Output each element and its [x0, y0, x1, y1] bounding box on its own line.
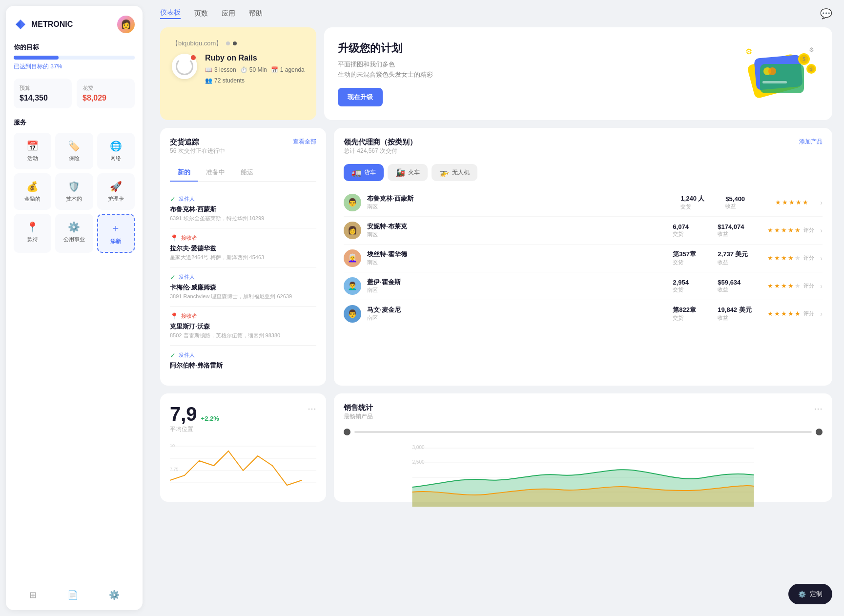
sales-slider	[344, 429, 823, 435]
cat-tab-drone[interactable]: 🚁 无人机	[432, 164, 477, 181]
tab-preparing[interactable]: 准备中	[198, 164, 233, 182]
role-sender-4: ✓ 发件人	[170, 351, 316, 359]
agent-tx-4: 第822章 交货	[673, 306, 712, 322]
settings-icon[interactable]: ⚙️	[109, 590, 120, 600]
layers-icon[interactable]: ⊞	[29, 590, 37, 600]
middle-panels-row: 交货追踪 56 次交付正在进行中 查看全部 新的 准备中 船运 ✓ 发件人	[160, 128, 832, 386]
upgrade-desc: 平面插图和我们多色 生动的未混合紫色头发女士的精彩	[338, 60, 731, 80]
service-hospitality[interactable]: 📍 款待	[14, 214, 51, 253]
meta-students: 👥 72 students	[205, 77, 245, 84]
topnav-links: 仪表板 页数 应用 帮助	[160, 8, 263, 19]
add-label: 添新	[110, 238, 121, 245]
agent-name-0: 布鲁克林·西蒙斯	[367, 194, 675, 203]
service-finance[interactable]: 💰 金融的	[14, 173, 51, 210]
tab-shipping[interactable]: 船运	[233, 164, 261, 182]
nursing-icon: 🚀	[110, 181, 122, 192]
network-icon: 🌐	[110, 140, 122, 152]
insurance-icon: 🏷️	[68, 140, 80, 152]
agent-arrow-2[interactable]: ›	[820, 254, 823, 262]
avg-chart: 10 7.75	[170, 441, 316, 490]
nav-help[interactable]: 帮助	[249, 9, 263, 18]
agent-arrow-1[interactable]: ›	[820, 226, 823, 234]
view-all-link[interactable]: 查看全部	[293, 138, 316, 146]
slider-thumb-left[interactable]	[344, 429, 350, 435]
agent-arrow-4[interactable]: ›	[820, 310, 823, 318]
service-insurance[interactable]: 🏷️ 保险	[55, 133, 93, 169]
svg-text:3,000: 3,000	[412, 445, 425, 450]
agent-avatar-2: 👩‍🦳	[344, 249, 361, 267]
delivery-item-2: ✓ 发件人 卡梅伦·威廉姆森 3891 Ranchview 理查森博士，加利福尼…	[170, 267, 316, 307]
drone-icon: 🚁	[439, 168, 449, 177]
agent-rating-4: ★★★★★ 评分	[767, 310, 814, 317]
insurance-label: 保险	[69, 155, 80, 162]
agent-region-1: 南区	[367, 231, 667, 238]
delivery-addr-1: 星家大道2464号 梅萨，新泽西州 45463	[170, 254, 316, 261]
nav-apps[interactable]: 应用	[222, 9, 235, 18]
course-card-url: 【biqubiqu.com】	[172, 39, 305, 48]
customize-label: 定制	[810, 590, 823, 598]
agent-rating-0: ★★★★★	[775, 199, 814, 206]
file-icon[interactable]: 📄	[67, 590, 78, 600]
tab-new[interactable]: 新的	[170, 164, 198, 182]
slider-track[interactable]	[354, 431, 812, 433]
activity-icon: 📅	[26, 140, 39, 152]
agent-tx-1: 6,074 交货	[673, 223, 712, 238]
avatar[interactable]: 👩	[117, 16, 135, 33]
service-activity[interactable]: 📅 活动	[14, 133, 51, 169]
delivery-addr-3: 8502 普雷斯顿路，英格尔伍德，缅因州 98380	[170, 332, 316, 339]
public-label: 公用事业	[63, 236, 85, 243]
sales-more-button[interactable]: ⋯	[814, 403, 823, 414]
sales-title: 销售统计	[344, 403, 373, 412]
finance-icon: 💰	[26, 181, 39, 192]
nav-dashboard[interactable]: 仪表板	[160, 8, 181, 19]
service-nursing[interactable]: 🚀 护理卡	[97, 173, 135, 210]
nav-pages[interactable]: 页数	[194, 9, 208, 18]
sidebar-header: METRONIC 👩	[14, 16, 135, 33]
dot-2	[233, 41, 237, 45]
delivery-panel: 交货追踪 56 次交付正在进行中 查看全部 新的 准备中 船运 ✓ 发件人	[160, 128, 326, 386]
agent-rev-2: 2,737 美元 收益	[718, 250, 762, 266]
role-receiver-1: 📍 接收者	[170, 234, 316, 242]
avg-more-button[interactable]: ⋯	[308, 403, 316, 414]
upgrade-button[interactable]: 现在升级	[338, 88, 383, 106]
service-add[interactable]: ＋ 添新	[97, 214, 135, 253]
agent-panel-header: 领先代理商（按类别） 总计 424,567 次交付 添加产品	[344, 138, 823, 162]
cat-tab-truck[interactable]: 🚛 货车	[344, 164, 384, 181]
meta-lesson: 📖 3 lesson	[205, 66, 236, 73]
cat-tab-train[interactable]: 🚂 火车	[388, 164, 428, 181]
slider-thumb-right[interactable]	[816, 429, 823, 435]
service-tech[interactable]: 🛡️ 技术的	[55, 173, 93, 210]
service-public[interactable]: ⚙️ 公用事业	[55, 214, 93, 253]
role-sender-2: ✓ 发件人	[170, 273, 316, 281]
course-body: Ruby on Rails 📖 3 lesson ⏱️ 50 Min	[172, 54, 305, 84]
customize-icon: ⚙️	[798, 591, 806, 598]
agent-arrow-3[interactable]: ›	[820, 282, 823, 290]
service-network[interactable]: 🌐 网络	[97, 133, 135, 169]
add-product-button[interactable]: 添加产品	[799, 138, 823, 146]
public-icon: ⚙️	[68, 221, 80, 233]
course-url-text: 【biqubiqu.com】	[172, 39, 222, 48]
svg-text:$: $	[810, 67, 812, 72]
notification-icon[interactable]: 💬	[820, 8, 832, 20]
agent-avatar-3: 👨‍🦱	[344, 277, 361, 295]
agent-row-2: 👩‍🦳 埃丝特·霍华德 南区 第357章 交货 2,737 美元 收益	[344, 245, 823, 272]
svg-text:$: $	[803, 57, 805, 62]
agent-region-0: 南区	[367, 203, 675, 210]
delivery-tabs: 新的 准备中 船运	[170, 164, 316, 182]
agent-info-1: 安妮特·布莱克 南区	[367, 222, 667, 238]
upgrade-title: 升级您的计划	[338, 41, 731, 56]
agent-list: 👨 布鲁克林·西蒙斯 南区 1,240 人 交货 $5,400 收益	[344, 189, 823, 328]
agent-region-2: 南区	[367, 259, 667, 266]
sales-chart-svg: 3,000 2,500	[344, 443, 823, 507]
svg-text:⚙: ⚙	[809, 46, 814, 53]
svg-rect-5	[762, 81, 787, 83]
activity-label: 活动	[27, 155, 38, 162]
add-icon: ＋	[111, 222, 121, 235]
dot-1	[226, 41, 230, 45]
customize-button[interactable]: ⚙️ 定制	[788, 584, 832, 604]
agent-rev-3: $59,634 收益	[718, 279, 762, 293]
truck-label: 货车	[364, 168, 376, 177]
agent-arrow-0[interactable]: ›	[820, 199, 823, 206]
nursing-label: 护理卡	[108, 195, 124, 203]
content-area: 【biqubiqu.com】 Ruby on Rails	[148, 27, 844, 616]
